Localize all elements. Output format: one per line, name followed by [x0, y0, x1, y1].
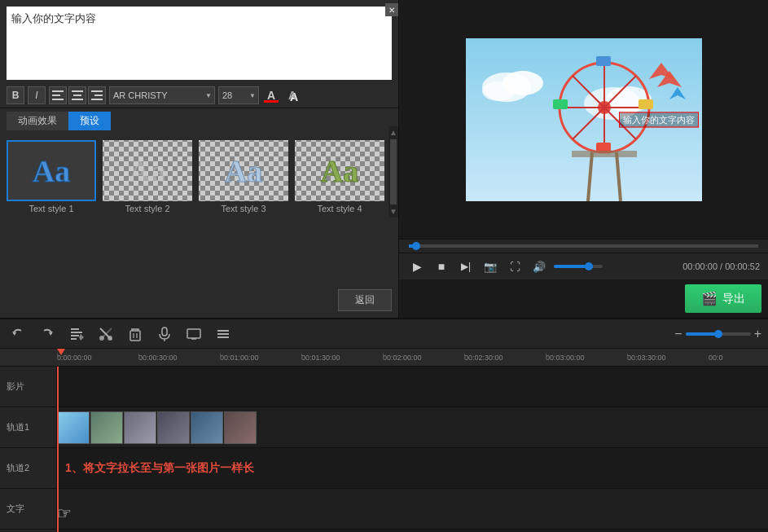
zoom-controls: − +: [674, 327, 761, 341]
delete-button[interactable]: [124, 323, 147, 345]
track-label-track1: 轨道1: [0, 407, 56, 448]
progress-thumb[interactable]: [412, 242, 420, 250]
tab-row: 动画效果 预设: [0, 108, 398, 134]
size-select-wrapper: 28: [218, 86, 259, 104]
timeline-ruler: 0:00:00:00 00:00:30:00 00:01:00:00 00:01…: [0, 349, 768, 367]
font-select[interactable]: AR CHRISTY: [109, 86, 215, 104]
ruler-tick: [546, 354, 546, 358]
playback-controls: [399, 239, 768, 253]
zoom-out-button[interactable]: −: [674, 327, 682, 341]
volume-fill: [554, 265, 588, 268]
ruler-tick: [138, 354, 139, 358]
italic-button[interactable]: I: [28, 86, 46, 104]
style-item-3[interactable]: Aa Text style 3: [199, 140, 288, 213]
tab-animation[interactable]: 动画效果: [7, 112, 68, 130]
style-item-4[interactable]: Aa Text style 4: [295, 140, 384, 213]
redo-button[interactable]: [36, 323, 59, 345]
scroll-thumb[interactable]: [390, 139, 397, 204]
ruler-mark-3: 00:01:30:00: [301, 354, 383, 362]
film-thumb-4: [157, 411, 190, 444]
svg-rect-22: [639, 99, 653, 109]
track-row-track1: [57, 407, 768, 448]
svg-rect-7: [94, 95, 103, 96]
export-button[interactable]: 🎬 导出: [685, 284, 761, 313]
align-right-button[interactable]: [88, 86, 106, 104]
instruction-text: 1、将文字拉长至与第一张图片一样长: [65, 461, 254, 476]
scroll-up-button[interactable]: ▲: [389, 128, 397, 137]
export-row: 🎬 导出: [399, 279, 768, 318]
play-button[interactable]: ▶: [407, 257, 427, 276]
svg-rect-42: [130, 331, 140, 341]
volume-icon[interactable]: 🔊: [529, 257, 549, 276]
export-icon: 🎬: [701, 291, 718, 306]
playhead-indicator: [57, 349, 65, 355]
svg-rect-24: [553, 99, 568, 109]
cut-button[interactable]: [94, 323, 117, 345]
zoom-in-button[interactable]: +: [754, 327, 761, 341]
style-preview-1: Aa: [33, 153, 70, 189]
scroll-down-button[interactable]: ▼: [389, 207, 397, 216]
text-color-button[interactable]: A: [262, 86, 280, 104]
ruler-mark-8: 00:0: [709, 354, 757, 362]
time-display: 00:00:00 / 00:00:52: [682, 262, 760, 271]
style-item-1[interactable]: Aa Text style 1: [7, 140, 96, 213]
style-item-2[interactable]: Aa Text style 2: [103, 140, 192, 213]
style-label-1: Text style 1: [29, 204, 73, 213]
style-label-4: Text style 4: [317, 204, 362, 213]
style-label-3: Text style 3: [221, 204, 266, 213]
svg-rect-33: [71, 328, 79, 330]
zoom-slider[interactable]: [686, 332, 751, 336]
style-thumb-3: Aa: [199, 140, 288, 201]
volume-slider[interactable]: [554, 265, 603, 268]
text-input[interactable]: 输入你的文字内容: [7, 7, 392, 80]
bold-button[interactable]: B: [7, 86, 24, 104]
close-button[interactable]: ✕: [385, 3, 398, 16]
controls-row: ▶ ■ ▶| 📷 ⛶ 🔊 00:00:00 / 00:00:52: [399, 253, 768, 279]
align-buttons: [49, 86, 106, 104]
tab-preset[interactable]: 预设: [68, 112, 111, 130]
ruler-mark-4: 00:02:00:00: [383, 354, 464, 362]
style-grid: Aa Text style 1 Aa Text style 2 Aa: [7, 140, 392, 213]
export-label: 导出: [722, 292, 745, 306]
undo-button[interactable]: [7, 323, 29, 345]
track-row-film: [57, 367, 768, 407]
track-label-track2: 轨道2: [0, 448, 56, 489]
size-select[interactable]: 28: [218, 86, 259, 104]
film-thumb-1: [57, 411, 90, 444]
ruler-mark-5: 00:02:30:00: [464, 354, 546, 362]
right-panel: 输入你的文字内容 ▶ ■ ▶| 📷 ⛶ 🔊 00:00:0: [399, 0, 768, 318]
progress-bar[interactable]: [409, 244, 758, 248]
film-strip[interactable]: [57, 411, 257, 444]
track-label-text: 文字: [0, 489, 56, 530]
style-thumb-2: Aa: [103, 140, 192, 201]
style-thumb-1: Aa: [7, 140, 96, 201]
screen-record-button[interactable]: [182, 323, 205, 345]
align-left-button[interactable]: [49, 86, 67, 104]
preview-video: 输入你的文字内容: [466, 38, 702, 201]
stop-button[interactable]: ■: [432, 257, 451, 276]
more-button[interactable]: [212, 323, 235, 345]
track-label-film: 影片: [0, 367, 56, 407]
mic-button[interactable]: [153, 323, 176, 345]
timeline-tracks: 影片 轨道1 轨道2 文字 音乐: [0, 367, 768, 532]
snapshot-button[interactable]: 📷: [481, 257, 500, 276]
timeline-area: − + 0:00:00:00 00:00:30:00 00:01:00:00: [0, 318, 768, 532]
style-preview-2: Aa: [129, 153, 166, 189]
back-button[interactable]: 返回: [338, 289, 392, 311]
edit-button[interactable]: [65, 323, 88, 345]
track-labels: 影片 轨道1 轨道2 文字 音乐: [0, 367, 57, 532]
svg-rect-21: [596, 56, 611, 66]
svg-rect-35: [71, 335, 79, 336]
svg-point-12: [482, 81, 515, 101]
text-shadow-button[interactable]: A: [283, 86, 301, 104]
step-forward-button[interactable]: ▶|: [456, 257, 476, 276]
style-preview-3: Aa: [225, 153, 262, 189]
svg-rect-36: [71, 338, 77, 340]
fullscreen-button[interactable]: ⛶: [505, 257, 524, 276]
svg-rect-55: [217, 336, 229, 338]
ruler-tick: [627, 354, 628, 358]
style-label-2: Text style 2: [125, 204, 169, 213]
shadow-icon: A: [288, 89, 296, 102]
align-center-button[interactable]: [68, 86, 86, 104]
playhead-line: [57, 367, 59, 532]
